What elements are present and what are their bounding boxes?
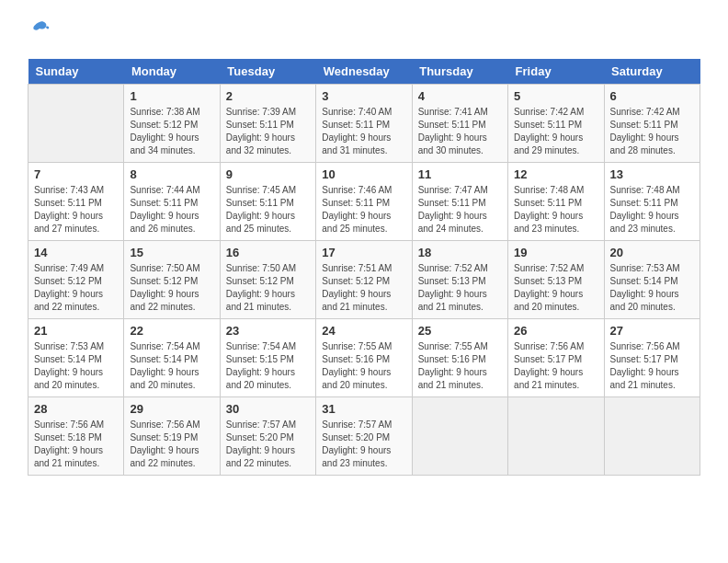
day-number: 13	[610, 167, 694, 181]
day-number: 22	[130, 324, 213, 338]
day-info: Sunrise: 7:55 AM Sunset: 5:16 PM Dayligh…	[418, 340, 502, 392]
day-number: 19	[514, 246, 597, 259]
calendar-cell: 19Sunrise: 7:52 AM Sunset: 5:13 PM Dayli…	[508, 241, 604, 319]
calendar-cell: 10Sunrise: 7:46 AM Sunset: 5:11 PM Dayli…	[316, 163, 412, 241]
day-number: 1	[130, 89, 213, 103]
day-number: 24	[322, 324, 405, 338]
calendar-cell: 9Sunrise: 7:45 AM Sunset: 5:11 PM Daylig…	[220, 163, 315, 241]
day-number: 21	[34, 324, 118, 338]
weekday-header-friday: Friday	[508, 59, 604, 85]
weekday-header-monday: Monday	[124, 59, 220, 85]
day-number: 17	[322, 246, 405, 259]
calendar-cell: 4Sunrise: 7:41 AM Sunset: 5:11 PM Daylig…	[412, 85, 507, 163]
calendar-cell: 6Sunrise: 7:42 AM Sunset: 5:11 PM Daylig…	[604, 85, 700, 163]
day-info: Sunrise: 7:40 AM Sunset: 5:11 PM Dayligh…	[322, 106, 405, 157]
day-number: 29	[130, 402, 213, 416]
day-number: 20	[610, 246, 694, 259]
logo-bird-icon	[29, 18, 50, 44]
day-info: Sunrise: 7:56 AM Sunset: 5:19 PM Dayligh…	[130, 419, 213, 470]
day-info: Sunrise: 7:44 AM Sunset: 5:11 PM Dayligh…	[130, 184, 213, 236]
calendar-cell: 26Sunrise: 7:56 AM Sunset: 5:17 PM Dayli…	[508, 319, 604, 397]
calendar-cell: 8Sunrise: 7:44 AM Sunset: 5:11 PM Daylig…	[124, 163, 220, 241]
day-info: Sunrise: 7:41 AM Sunset: 5:11 PM Dayligh…	[418, 106, 502, 157]
day-info: Sunrise: 7:53 AM Sunset: 5:14 PM Dayligh…	[34, 340, 118, 392]
day-info: Sunrise: 7:39 AM Sunset: 5:11 PM Dayligh…	[226, 106, 310, 157]
calendar-cell: 20Sunrise: 7:53 AM Sunset: 5:14 PM Dayli…	[604, 241, 700, 319]
day-info: Sunrise: 7:50 AM Sunset: 5:12 PM Dayligh…	[226, 262, 310, 314]
calendar-cell: 5Sunrise: 7:42 AM Sunset: 5:11 PM Daylig…	[508, 85, 604, 163]
day-info: Sunrise: 7:52 AM Sunset: 5:13 PM Dayligh…	[418, 262, 502, 314]
day-number: 8	[130, 167, 213, 181]
day-info: Sunrise: 7:56 AM Sunset: 5:18 PM Dayligh…	[34, 419, 118, 470]
day-number: 3	[322, 89, 405, 103]
day-info: Sunrise: 7:48 AM Sunset: 5:11 PM Dayligh…	[514, 184, 597, 236]
day-info: Sunrise: 7:55 AM Sunset: 5:16 PM Dayligh…	[322, 340, 405, 392]
day-number: 9	[226, 167, 310, 181]
day-info: Sunrise: 7:53 AM Sunset: 5:14 PM Dayligh…	[610, 262, 694, 314]
day-info: Sunrise: 7:51 AM Sunset: 5:12 PM Dayligh…	[322, 262, 405, 314]
day-number: 7	[34, 167, 118, 181]
calendar-cell: 1Sunrise: 7:38 AM Sunset: 5:12 PM Daylig…	[124, 85, 220, 163]
day-info: Sunrise: 7:50 AM Sunset: 5:12 PM Dayligh…	[130, 262, 213, 314]
calendar-cell: 12Sunrise: 7:48 AM Sunset: 5:11 PM Dayli…	[508, 163, 604, 241]
calendar-cell	[604, 397, 700, 476]
calendar-table: SundayMondayTuesdayWednesdayThursdayFrid…	[28, 59, 700, 476]
calendar-week-3: 14Sunrise: 7:49 AM Sunset: 5:12 PM Dayli…	[28, 241, 700, 319]
day-info: Sunrise: 7:43 AM Sunset: 5:11 PM Dayligh…	[34, 184, 118, 236]
calendar-cell: 22Sunrise: 7:54 AM Sunset: 5:14 PM Dayli…	[124, 319, 220, 397]
calendar-cell	[412, 397, 507, 476]
day-number: 30	[226, 402, 310, 416]
day-info: Sunrise: 7:57 AM Sunset: 5:20 PM Dayligh…	[226, 419, 310, 470]
day-info: Sunrise: 7:46 AM Sunset: 5:11 PM Dayligh…	[322, 184, 405, 236]
calendar-cell	[508, 397, 604, 476]
calendar-header-row: SundayMondayTuesdayWednesdayThursdayFrid…	[28, 59, 700, 85]
weekday-header-tuesday: Tuesday	[220, 59, 315, 85]
calendar-cell: 16Sunrise: 7:50 AM Sunset: 5:12 PM Dayli…	[220, 241, 315, 319]
day-number: 18	[418, 246, 502, 259]
calendar-cell: 7Sunrise: 7:43 AM Sunset: 5:11 PM Daylig…	[28, 163, 124, 241]
calendar-week-4: 21Sunrise: 7:53 AM Sunset: 5:14 PM Dayli…	[28, 319, 700, 397]
day-info: Sunrise: 7:49 AM Sunset: 5:12 PM Dayligh…	[34, 262, 118, 314]
calendar-week-2: 7Sunrise: 7:43 AM Sunset: 5:11 PM Daylig…	[28, 163, 700, 241]
calendar-cell: 11Sunrise: 7:47 AM Sunset: 5:11 PM Dayli…	[412, 163, 507, 241]
header	[28, 18, 700, 44]
day-info: Sunrise: 7:52 AM Sunset: 5:13 PM Dayligh…	[514, 262, 597, 314]
calendar-cell: 29Sunrise: 7:56 AM Sunset: 5:19 PM Dayli…	[124, 397, 220, 476]
day-info: Sunrise: 7:42 AM Sunset: 5:11 PM Dayligh…	[514, 106, 597, 157]
day-number: 28	[34, 402, 118, 416]
calendar-body: 1Sunrise: 7:38 AM Sunset: 5:12 PM Daylig…	[28, 85, 700, 476]
day-number: 27	[610, 324, 694, 338]
calendar-week-5: 28Sunrise: 7:56 AM Sunset: 5:18 PM Dayli…	[28, 397, 700, 476]
day-info: Sunrise: 7:38 AM Sunset: 5:12 PM Dayligh…	[130, 106, 213, 157]
day-number: 26	[514, 324, 597, 338]
calendar-cell: 18Sunrise: 7:52 AM Sunset: 5:13 PM Dayli…	[412, 241, 507, 319]
day-number: 4	[418, 89, 502, 103]
calendar-cell: 3Sunrise: 7:40 AM Sunset: 5:11 PM Daylig…	[316, 85, 412, 163]
day-number: 23	[226, 324, 310, 338]
calendar-cell: 21Sunrise: 7:53 AM Sunset: 5:14 PM Dayli…	[28, 319, 124, 397]
calendar-cell: 30Sunrise: 7:57 AM Sunset: 5:20 PM Dayli…	[220, 397, 315, 476]
calendar-cell: 28Sunrise: 7:56 AM Sunset: 5:18 PM Dayli…	[28, 397, 124, 476]
calendar-cell: 17Sunrise: 7:51 AM Sunset: 5:12 PM Dayli…	[316, 241, 412, 319]
day-info: Sunrise: 7:56 AM Sunset: 5:17 PM Dayligh…	[610, 340, 694, 392]
day-number: 15	[130, 246, 213, 259]
day-info: Sunrise: 7:47 AM Sunset: 5:11 PM Dayligh…	[418, 184, 502, 236]
day-info: Sunrise: 7:54 AM Sunset: 5:14 PM Dayligh…	[130, 340, 213, 392]
day-number: 10	[322, 167, 405, 181]
weekday-header-wednesday: Wednesday	[316, 59, 412, 85]
day-number: 6	[610, 89, 694, 103]
day-info: Sunrise: 7:42 AM Sunset: 5:11 PM Dayligh…	[610, 106, 694, 157]
calendar-cell: 13Sunrise: 7:48 AM Sunset: 5:11 PM Dayli…	[604, 163, 700, 241]
weekday-header-thursday: Thursday	[412, 59, 507, 85]
day-number: 11	[418, 167, 502, 181]
calendar-cell: 14Sunrise: 7:49 AM Sunset: 5:12 PM Dayli…	[28, 241, 124, 319]
calendar-cell: 15Sunrise: 7:50 AM Sunset: 5:12 PM Dayli…	[124, 241, 220, 319]
weekday-header-sunday: Sunday	[28, 59, 124, 85]
logo	[28, 18, 50, 44]
weekday-header-saturday: Saturday	[604, 59, 700, 85]
calendar-cell: 24Sunrise: 7:55 AM Sunset: 5:16 PM Dayli…	[316, 319, 412, 397]
day-number: 12	[514, 167, 597, 181]
calendar-cell: 23Sunrise: 7:54 AM Sunset: 5:15 PM Dayli…	[220, 319, 315, 397]
day-info: Sunrise: 7:45 AM Sunset: 5:11 PM Dayligh…	[226, 184, 310, 236]
day-number: 25	[418, 324, 502, 338]
